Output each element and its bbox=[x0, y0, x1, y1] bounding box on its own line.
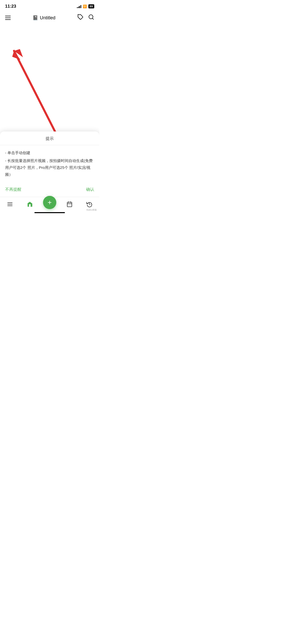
battery-indicator: 89 bbox=[88, 4, 94, 8]
toolbar: 📓 Untitled bbox=[0, 11, 99, 24]
nav-add-button[interactable]: + bbox=[40, 197, 60, 213]
search-icon[interactable] bbox=[88, 14, 94, 22]
notebook-icon: 📓 bbox=[33, 15, 38, 21]
svg-line-3 bbox=[14, 51, 56, 134]
tooltip-line1: - 单击手动创建 bbox=[5, 149, 94, 156]
page-wrapper: 11:23 🛜 89 📓 Untitled bbox=[0, 0, 99, 215]
tooltip-title: 提示 bbox=[0, 131, 99, 145]
nav-home-button[interactable] bbox=[20, 197, 40, 213]
notebook-title[interactable]: Untitled bbox=[40, 15, 55, 21]
toolbar-left bbox=[5, 16, 11, 20]
tooltip-sheet: 提示 - 单击手动创建 - 长按批量选择照片视频，按拍摄时间自动生成(免费用户可… bbox=[0, 131, 99, 197]
tag-icon[interactable] bbox=[77, 14, 84, 22]
tooltip-dismiss-button[interactable]: 不再提醒 bbox=[5, 187, 21, 192]
svg-marker-5 bbox=[12, 51, 20, 60]
status-time: 11:23 bbox=[5, 4, 16, 9]
wifi-icon: 🛜 bbox=[83, 5, 87, 8]
svg-marker-4 bbox=[14, 49, 23, 57]
home-indicator bbox=[34, 212, 65, 213]
signal-icon bbox=[77, 5, 81, 8]
nav-menu-button[interactable] bbox=[0, 197, 20, 213]
plus-icon: + bbox=[48, 199, 52, 206]
svg-line-2 bbox=[92, 18, 93, 19]
tooltip-body: - 单击手动创建 - 长按批量选择照片视频，按拍摄时间自动生成(免费用户可选2个… bbox=[0, 145, 99, 184]
home-icon bbox=[26, 201, 33, 209]
watermark: Baiku体验 bbox=[86, 208, 97, 212]
calendar-icon bbox=[66, 201, 73, 209]
svg-rect-9 bbox=[67, 202, 72, 207]
history-icon bbox=[86, 201, 92, 209]
status-icons: 🛜 89 bbox=[77, 4, 94, 8]
status-bar: 11:23 🛜 89 bbox=[0, 0, 99, 11]
tooltip-confirm-button[interactable]: 确认 bbox=[86, 187, 94, 192]
toolbar-center: 📓 Untitled bbox=[33, 15, 55, 21]
nav-calendar-button[interactable] bbox=[60, 197, 79, 213]
menu-icon bbox=[7, 201, 13, 209]
fab-add-button[interactable]: + bbox=[43, 196, 56, 209]
toolbar-right bbox=[77, 14, 94, 22]
tooltip-line2: - 长按批量选择照片视频，按拍摄时间自动生成(免费用户可选2个 照片，Pro用户… bbox=[5, 157, 94, 178]
hamburger-menu-button[interactable] bbox=[5, 16, 11, 20]
